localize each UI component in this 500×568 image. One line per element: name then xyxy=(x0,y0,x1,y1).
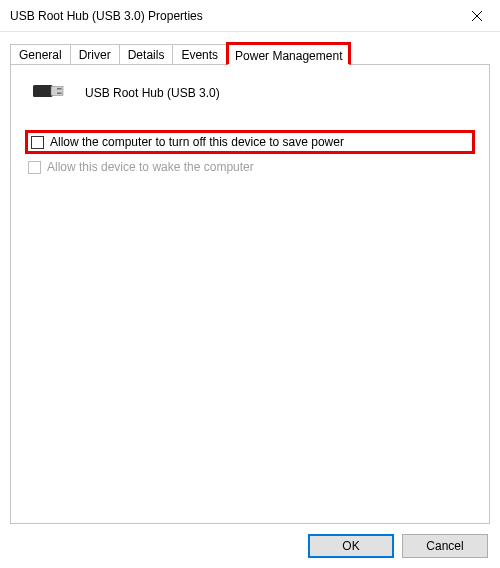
option-allow-wake: Allow this device to wake the computer xyxy=(25,158,475,176)
window-content: General Driver Details Events Power Mana… xyxy=(0,32,500,568)
svg-rect-2 xyxy=(33,85,53,97)
close-button[interactable] xyxy=(454,0,500,32)
ok-button[interactable]: OK xyxy=(308,534,394,558)
option-allow-wake-label: Allow this device to wake the computer xyxy=(47,160,254,174)
option-allow-turn-off[interactable]: Allow the computer to turn off this devi… xyxy=(25,130,475,154)
usb-plug-icon xyxy=(33,79,69,106)
tab-driver[interactable]: Driver xyxy=(70,44,120,65)
window-title: USB Root Hub (USB 3.0) Properties xyxy=(10,9,454,23)
close-icon xyxy=(472,11,482,21)
svg-rect-5 xyxy=(57,93,62,95)
svg-rect-3 xyxy=(51,87,63,96)
tab-power-management[interactable]: Power Management xyxy=(226,42,351,65)
titlebar: USB Root Hub (USB 3.0) Properties xyxy=(0,0,500,32)
tabs-row: General Driver Details Events Power Mana… xyxy=(10,40,490,64)
tab-panel: USB Root Hub (USB 3.0) Allow the compute… xyxy=(10,64,490,524)
svg-rect-4 xyxy=(57,88,62,90)
tab-details[interactable]: Details xyxy=(119,44,174,65)
tab-general[interactable]: General xyxy=(10,44,71,65)
tab-events[interactable]: Events xyxy=(172,44,227,65)
device-header: USB Root Hub (USB 3.0) xyxy=(33,79,475,106)
device-name: USB Root Hub (USB 3.0) xyxy=(85,86,220,100)
cancel-button[interactable]: Cancel xyxy=(402,534,488,558)
option-allow-turn-off-label: Allow the computer to turn off this devi… xyxy=(50,135,344,149)
checkbox-icon xyxy=(28,161,41,174)
dialog-buttons: OK Cancel xyxy=(10,524,490,558)
checkbox-icon xyxy=(31,136,44,149)
